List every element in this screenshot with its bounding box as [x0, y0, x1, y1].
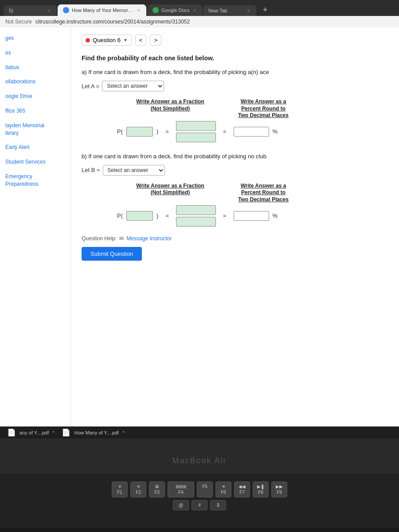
- p-b-close: ): [156, 212, 158, 219]
- let-b-select[interactable]: Select an answer: [103, 165, 165, 176]
- p-row-b: P( ) = = %: [117, 205, 388, 227]
- file-icon-2: 📄: [62, 428, 70, 437]
- main-content: Question 6 ▼ < > Find the probability of…: [71, 27, 399, 426]
- let-b-text: Let B =: [82, 167, 100, 173]
- sidebar-item-ffice-365[interactable]: ffice 365: [0, 104, 70, 118]
- key-at[interactable]: @: [173, 500, 189, 510]
- bottom-file-2[interactable]: 📄 How Many of Y....pdf ^: [62, 428, 125, 437]
- column-headers-b: Write Answer as a Fraction (Not Simplifi…: [135, 183, 388, 203]
- p-a-input[interactable]: [126, 127, 153, 137]
- key-dollar[interactable]: $: [210, 500, 226, 510]
- part-a-label: a) If one card is drawn from a deck, fin…: [82, 69, 388, 75]
- bottom-file-1[interactable]: 📄 any of Y....pdf ^: [7, 428, 55, 437]
- p-b-label: P(: [117, 212, 123, 219]
- tab-2-favicon: [63, 7, 69, 13]
- sidebar-item-ges[interactable]: ges: [0, 31, 70, 46]
- question-instruction: Find the probability of each one listed …: [82, 55, 388, 62]
- tab-2-close[interactable]: ×: [137, 8, 141, 13]
- let-a-label: Let A = Select an answer: [82, 81, 388, 91]
- key-f3[interactable]: 🖥F3: [149, 481, 165, 497]
- key-f9[interactable]: ▶▶F9: [271, 481, 287, 497]
- next-question-button[interactable]: >: [150, 35, 161, 46]
- eq-b: =: [165, 212, 169, 219]
- key-f5[interactable]: F5: [197, 481, 213, 497]
- tab-2[interactable]: How Many of Your Memories ×: [58, 4, 146, 16]
- file-1-arrow[interactable]: ^: [52, 430, 55, 435]
- keyboard-row-1: ☀F1 ☀F2 🖥F3 ⊞⊞⊞F4 F5 ☀F6 ◀◀F7 ▶❚F8 ▶▶F9: [0, 481, 399, 497]
- let-a-text: Let A =: [82, 83, 99, 90]
- macbook-label: MacBook Air: [0, 438, 399, 474]
- question-label: Question 6: [93, 37, 121, 43]
- denominator-b[interactable]: [176, 217, 216, 227]
- eq2-b: =: [223, 212, 227, 219]
- tab-3-favicon: [153, 7, 159, 13]
- sidebar-item-es[interactable]: es: [0, 46, 70, 60]
- question-select[interactable]: Question 6 ▼: [82, 35, 132, 46]
- let-a-select[interactable]: Select an answer: [102, 81, 164, 91]
- sidebar-item-ollaborations[interactable]: ollaborations: [0, 74, 70, 89]
- percent-symbol-a: %: [273, 128, 278, 135]
- eq2-a: =: [223, 128, 227, 135]
- tab-1-close[interactable]: ×: [47, 8, 51, 13]
- address-bar: Not Secure citruscollege.instructure.com…: [0, 16, 399, 27]
- question-help: Question Help: ✉ Message Instructor: [82, 235, 388, 242]
- file-icon-1: 📄: [7, 428, 16, 437]
- p-row-a: P( ) = = %: [117, 121, 388, 142]
- page-wrapper: ges es llabus ollaborations oogle Drive …: [0, 27, 399, 426]
- column-headers-a: Write Answer as a Fraction (Not Simplifi…: [135, 98, 388, 119]
- tab-3-close[interactable]: ×: [192, 8, 197, 13]
- tab-3-title: Google Docs: [161, 8, 190, 13]
- question-dropdown-arrow: ▼: [123, 38, 128, 43]
- tab-1[interactable]: 5) ×: [4, 5, 57, 16]
- p-a-label: P(: [117, 128, 123, 135]
- key-f6[interactable]: ☀F6: [215, 481, 231, 497]
- question-nav: Question 6 ▼ < >: [82, 35, 388, 46]
- message-instructor-link[interactable]: Message Instructor: [126, 235, 172, 242]
- submit-question-button[interactable]: Submit Question: [82, 247, 142, 261]
- keyboard-row-2: @ # $: [0, 500, 399, 510]
- sidebar-item-student-services[interactable]: Student Services: [0, 155, 70, 169]
- sidebar-item-llabus[interactable]: llabus: [0, 60, 70, 75]
- bottom-bar: 📄 any of Y....pdf ^ 📄 How Many of Y....p…: [0, 426, 399, 438]
- sidebar-item-hayden-library[interactable]: layden Memorialibrary: [0, 118, 70, 141]
- p-a-close: ): [156, 128, 158, 135]
- p-b-input[interactable]: [126, 211, 153, 221]
- tab-4-close[interactable]: ×: [246, 8, 251, 13]
- question-dot: [86, 38, 90, 43]
- key-f1[interactable]: ☀F1: [112, 481, 128, 497]
- file-1-name: any of Y....pdf: [20, 430, 49, 435]
- sidebar-item-emergency[interactable]: EmergencyPreparedness: [0, 169, 70, 192]
- part-b-label: b) If one card is drawn from a deck, fin…: [82, 153, 388, 160]
- col-percent-a: Write Answer as a Percent Round to Two D…: [223, 98, 303, 119]
- keyboard-area: ☀F1 ☀F2 🖥F3 ⊞⊞⊞F4 F5 ☀F6 ◀◀F7 ▶❚F8 ▶▶F9 …: [0, 474, 399, 528]
- numerator-b[interactable]: [176, 205, 216, 215]
- sidebar-item-oogle-drive[interactable]: oogle Drive: [0, 89, 70, 104]
- percent-a[interactable]: [234, 127, 269, 137]
- tab-bar: 5) × How Many of Your Memories × Google …: [0, 4, 399, 16]
- browser-chrome: 5) × How Many of Your Memories × Google …: [0, 0, 399, 27]
- tab-3[interactable]: Google Docs ×: [147, 4, 202, 16]
- sidebar: ges es llabus ollaborations oogle Drive …: [0, 27, 71, 426]
- denominator-a[interactable]: [176, 133, 216, 142]
- key-f7[interactable]: ◀◀F7: [234, 481, 250, 497]
- prev-question-button[interactable]: <: [135, 35, 147, 46]
- key-f2[interactable]: ☀F2: [130, 481, 146, 497]
- help-label: Question Help:: [82, 235, 117, 242]
- tab-4[interactable]: New Tab ×: [203, 5, 256, 16]
- url-text[interactable]: citruscollege.instructure.com/courses/20…: [35, 19, 394, 25]
- file-2-arrow[interactable]: ^: [122, 430, 125, 435]
- percent-symbol-b: %: [273, 212, 278, 219]
- section-b: b) If one card is drawn from a deck, fin…: [82, 153, 388, 227]
- key-f4[interactable]: ⊞⊞⊞F4: [168, 481, 194, 497]
- numerator-a[interactable]: [176, 121, 216, 131]
- fraction-inputs-b: [176, 205, 216, 227]
- mail-icon: ✉: [119, 235, 124, 242]
- sidebar-item-early-alert[interactable]: Early Alert: [0, 140, 70, 155]
- key-hash[interactable]: #: [192, 500, 207, 510]
- fraction-inputs-a: [176, 121, 216, 142]
- new-tab-button[interactable]: +: [259, 4, 271, 16]
- tab-2-title: How Many of Your Memories: [72, 8, 134, 13]
- key-f8[interactable]: ▶❚F8: [253, 481, 269, 497]
- percent-b[interactable]: [234, 211, 269, 221]
- let-b-label: Let B = Select an answer: [82, 165, 388, 176]
